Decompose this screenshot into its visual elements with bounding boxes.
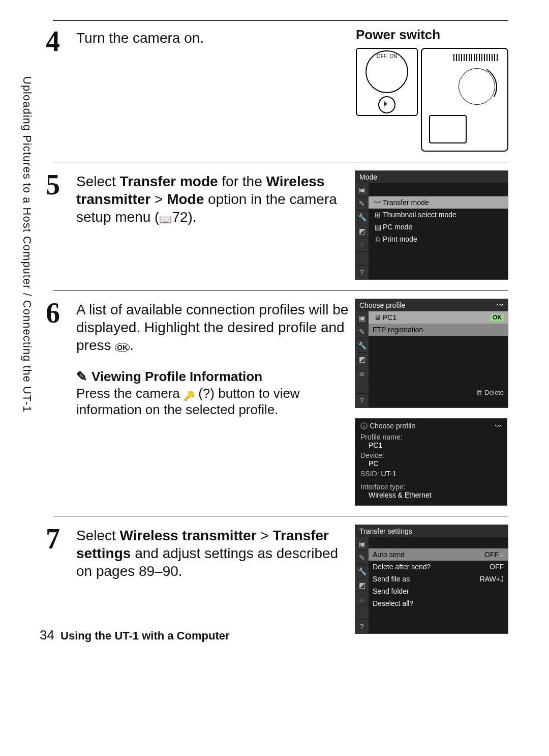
divider [53, 290, 508, 290]
delete-icon [476, 389, 484, 396]
chapter-title: Using the UT-1 with a Computer [60, 629, 229, 642]
illustration-caption: Power switch [356, 27, 508, 43]
step-number: 5 [46, 170, 76, 199]
chevron-right-icon: ▸ [501, 199, 504, 206]
note-heading: Viewing Profile Information [76, 368, 350, 385]
field-label: Interface type: [360, 483, 502, 491]
divider [53, 20, 508, 21]
ok-badge: OK [491, 314, 504, 321]
menu-title: Mode [359, 173, 377, 181]
step-number: 7 [46, 525, 76, 553]
choose-profile-screenshot: Choose profile〰 ▣✎🔧◩≣? 🖥PC1 OK FTP regis… [355, 299, 508, 408]
menu-item-pc-mode: ▤PC mode [369, 221, 508, 233]
transfer-settings-screenshot: Transfer settings ▣✎🔧◩≣? Auto send OFF ▸ [355, 525, 508, 634]
page-number: 34 [40, 627, 54, 643]
step-text: Turn the camera on. [76, 27, 356, 47]
info-title: Choose profile [370, 422, 415, 430]
info-icon: ⓘ [360, 422, 368, 430]
profile-info-screenshot: ⓘ Choose profile〰 Profile name: PC1 Devi… [355, 418, 507, 506]
menu-item-thumbnail: ⊞Thumbnail select mode [369, 209, 508, 221]
step-illustration: Power switch OFF ON [356, 27, 508, 152]
step-5: 5 Select Transfer mode for the Wireless … [46, 165, 508, 287]
setting-row-auto-send: Auto send OFF ▸ [369, 548, 508, 561]
divider [53, 162, 508, 162]
help-icon: ? [355, 266, 369, 279]
setting-row-delete-after: Delete after send?OFF [369, 561, 508, 573]
field-value: PC [360, 459, 502, 468]
ok-button-icon: OK [115, 343, 130, 352]
menu-item-print-mode: ⎙Print mode [369, 233, 508, 245]
menu-sidebar: ▣✎🔧◩≣? [355, 537, 369, 633]
step-6: 6 A list of available connection profile… [46, 294, 508, 513]
step-7: 7 Select Wireless transmitter > Transfer… [46, 519, 508, 641]
camera-icon: ▣ [355, 183, 369, 197]
field-label: Device: [360, 451, 502, 459]
menu-sidebar: ▣ ✎ 🔧 ◩ ≣ ? [355, 183, 369, 279]
field-label: SSID: UT-1 [360, 470, 502, 478]
field-value: Wireless & Ethernet [360, 491, 502, 499]
delete-label: Delete [484, 389, 504, 396]
setting-row-send-folder: Send folder [369, 585, 508, 597]
power-dial-icon: OFF ON [356, 48, 418, 116]
key-icon [184, 386, 195, 401]
wifi-icon: 〰 [495, 422, 502, 430]
menu-title: Transfer settings [359, 527, 412, 535]
breadcrumb: Uploading Pictures to a Host Computer / … [20, 76, 34, 413]
field-value: PC1 [360, 441, 502, 449]
step-text: Select Wireless transmitter > Transfer s… [76, 525, 355, 580]
chevron-right-icon: ▸ [501, 551, 504, 559]
menu-item-transfer-mode: 〰Transfer mode ▸ [369, 196, 508, 209]
setting-row-deselect: Deselect all? [369, 597, 508, 609]
wrench-icon: 🔧 [355, 211, 369, 224]
pencil-icon: ✎ [355, 197, 369, 211]
retouch-icon: ◩ [355, 224, 369, 238]
field-label: Profile name: [360, 433, 502, 441]
step-number: 6 [46, 299, 76, 327]
camera-body-icon [421, 48, 508, 152]
profile-row-pc1: 🖥PC1 OK [369, 311, 508, 324]
step-4: 4 Turn the camera on. Power switch OFF O… [46, 22, 508, 159]
menu-sidebar: ▣✎🔧◩≣? [355, 311, 369, 408]
step-text: A list of available connection profiles … [76, 299, 355, 418]
camera-illustration: OFF ON [356, 48, 508, 152]
mode-menu-screenshot: Mode ▣ ✎ 🔧 ◩ ≣ ? [355, 170, 508, 280]
stack-icon: ≣ [355, 238, 369, 252]
page-footer: 34 Using the UT-1 with a Computer [40, 627, 230, 643]
step-text: Select Transfer mode for the Wireless tr… [76, 170, 355, 226]
wifi-icon: 〰 [497, 301, 504, 309]
menu-title: Choose profile [359, 301, 405, 309]
step-number: 4 [46, 27, 76, 55]
profile-row-ftp: FTP registration [369, 324, 508, 336]
divider [53, 516, 508, 516]
book-icon [159, 209, 172, 225]
setting-row-send-file-as: Send file asRAW+J [369, 573, 508, 585]
